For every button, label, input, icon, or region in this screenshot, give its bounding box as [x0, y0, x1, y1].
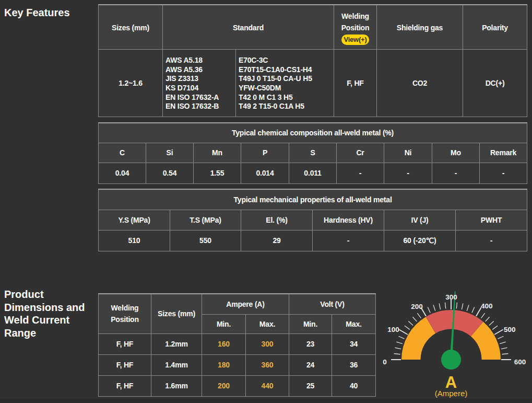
svg-text:400: 400	[481, 302, 493, 310]
svg-text:500: 500	[504, 326, 516, 333]
svg-text:200: 200	[411, 303, 423, 310]
svg-text:600: 600	[514, 358, 526, 366]
svg-text:300: 300	[445, 293, 457, 301]
svg-text:100: 100	[387, 326, 399, 333]
svg-text:0: 0	[383, 358, 387, 366]
svg-text:(Ampere): (Ampere)	[435, 389, 468, 398]
